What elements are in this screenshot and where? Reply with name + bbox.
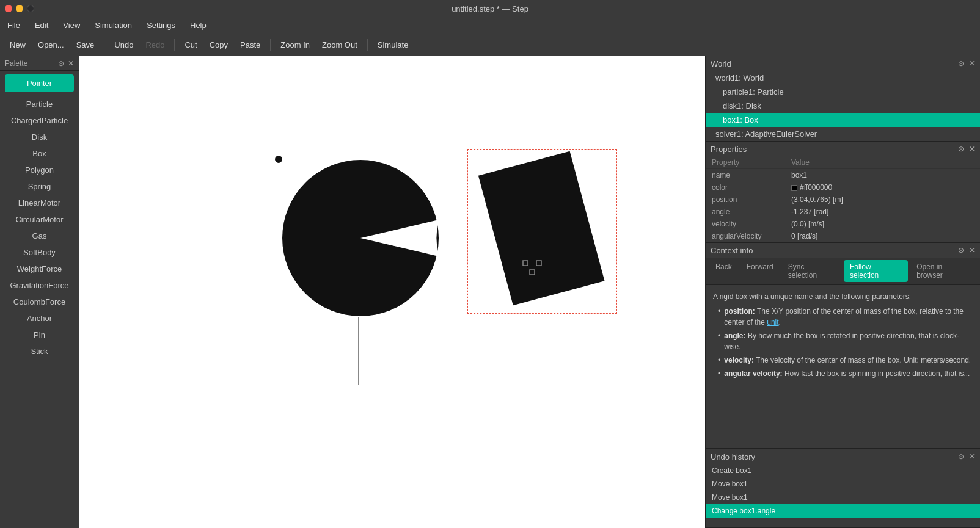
palette-item-spring[interactable]: Spring: [0, 178, 79, 195]
prop-key-position: position: [706, 193, 785, 206]
open-button[interactable]: Open...: [33, 38, 69, 51]
menu-simulation[interactable]: Simulation: [92, 20, 134, 31]
prop-val-position[interactable]: (3.04,0.765) [m]: [785, 193, 980, 206]
undo-close-icon[interactable]: ✕: [969, 452, 975, 461]
pointer-button[interactable]: Pointer: [5, 74, 74, 92]
prop-val-color[interactable]: #ff000000: [785, 181, 980, 193]
svg-rect-1: [478, 151, 605, 306]
undo-panel-header: Undo history ⊙ ✕: [706, 449, 980, 464]
palette-item-stick[interactable]: Stick: [0, 343, 79, 360]
toolbar-sep-2: [174, 39, 175, 51]
ctx-param-angularvelocity-name: angular velocity:: [724, 369, 782, 378]
world-pin-icon[interactable]: ⊙: [958, 59, 964, 68]
minimize-button[interactable]: [16, 5, 23, 12]
world-item-solver1[interactable]: solver1: AdaptiveEulerSolver: [706, 127, 980, 141]
palette-item-weightforce[interactable]: WeightForce: [0, 261, 79, 277]
prop-val-name[interactable]: box1: [785, 169, 980, 181]
props-close-icon[interactable]: ✕: [969, 145, 975, 153]
copy-button[interactable]: Copy: [205, 38, 233, 51]
toolbar-sep-3: [270, 39, 271, 51]
palette-header: Palette ⊙ ✕: [0, 56, 79, 71]
context-tabs: Back Forward Sync selection Follow selec…: [706, 258, 980, 285]
menu-settings[interactable]: Settings: [144, 20, 178, 31]
world-panel-title: World: [711, 59, 731, 68]
color-swatch: [791, 185, 797, 191]
context-description: A rigid box with a unique name and the f…: [713, 291, 973, 302]
palette-close-icon[interactable]: ✕: [68, 59, 74, 68]
world-close-icon[interactable]: ✕: [969, 59, 975, 68]
props-pin-icon[interactable]: ⊙: [958, 145, 964, 153]
save-button[interactable]: Save: [71, 38, 100, 51]
menu-view[interactable]: View: [60, 20, 82, 31]
titlebar: untitled.step * — Step: [0, 0, 980, 17]
menu-edit[interactable]: Edit: [32, 20, 51, 31]
palette-item-anchor[interactable]: Anchor: [0, 310, 79, 327]
toolbar-sep-1: [104, 39, 104, 51]
prop-val-velocity[interactable]: (0,0) [m/s]: [785, 218, 980, 230]
palette-item-linearmotor[interactable]: LinearMotor: [0, 195, 79, 211]
palette-item-coulombforce[interactable]: CoulombForce: [0, 294, 79, 310]
palette-item-gravitationforce[interactable]: GravitationForce: [0, 277, 79, 294]
undo-item-change-box1-angle[interactable]: Change box1.angle: [706, 504, 980, 518]
maximize-button[interactable]: [27, 5, 34, 12]
paste-button[interactable]: Paste: [235, 38, 265, 51]
ctx-tab-sync[interactable]: Sync selection: [782, 260, 841, 282]
context-panel-header: Context info ⊙ ✕: [706, 243, 980, 258]
undo-history-panel: Undo history ⊙ ✕ Create box1 Move box1 M…: [706, 449, 980, 528]
prop-key-name: name: [706, 169, 785, 181]
ctx-tab-back[interactable]: Back: [709, 260, 738, 282]
prop-row-angle: angle -1.237 [rad]: [706, 206, 980, 218]
disk-shape: [281, 159, 440, 317]
ctx-param-velocity-name: velocity:: [724, 356, 754, 364]
palette-pin-icon[interactable]: ⊙: [58, 59, 64, 68]
palette-title: Palette: [5, 59, 27, 68]
palette-item-pin[interactable]: Pin: [0, 327, 79, 343]
menubar: File Edit View Simulation Settings Help: [0, 17, 980, 34]
palette-item-chargedparticle[interactable]: ChargedParticle: [0, 112, 79, 129]
cut-button[interactable]: Cut: [180, 38, 202, 51]
prop-key-angle: angle: [706, 206, 785, 218]
undo-item-move-box1-2[interactable]: Move box1: [706, 491, 980, 504]
context-content: A rigid box with a unique name and the f…: [706, 285, 980, 448]
ctx-param-angularvelocity: angular velocity: How fast the box is sp…: [718, 368, 973, 379]
new-button[interactable]: New: [5, 38, 31, 51]
world-item-world1[interactable]: world1: World: [706, 71, 980, 85]
ctx-tab-forward[interactable]: Forward: [740, 260, 780, 282]
world-item-disk1[interactable]: disk1: Disk: [706, 99, 980, 113]
canvas-area[interactable]: [79, 56, 705, 528]
menu-help[interactable]: Help: [188, 20, 209, 31]
palette-item-disk[interactable]: Disk: [0, 129, 79, 145]
ctx-tab-follow[interactable]: Follow selection: [844, 260, 908, 282]
ctx-unit-link[interactable]: unit: [767, 318, 778, 327]
prop-val-angle[interactable]: -1.237 [rad]: [785, 206, 980, 218]
palette-item-softbody[interactable]: SoftBody: [0, 244, 79, 261]
traffic-lights: [5, 5, 34, 12]
palette-item-particle[interactable]: Particle: [0, 96, 79, 112]
world-item-particle1[interactable]: particle1: Particle: [706, 85, 980, 99]
undo-item-move-box1-1[interactable]: Move box1: [706, 477, 980, 491]
world-item-box1[interactable]: box1: Box: [706, 113, 980, 127]
undo-panel-title: Undo history: [711, 452, 755, 461]
undo-button[interactable]: Undo: [109, 38, 138, 51]
palette-item-box[interactable]: Box: [0, 145, 79, 162]
simulate-button[interactable]: Simulate: [373, 38, 414, 51]
undo-item-create-box1[interactable]: Create box1: [706, 464, 980, 477]
zoom-out-button[interactable]: Zoom Out: [317, 38, 362, 51]
redo-button[interactable]: Redo: [141, 38, 169, 51]
ctx-tab-open-browser[interactable]: Open in browser: [910, 260, 976, 282]
context-close-icon[interactable]: ✕: [969, 246, 975, 255]
context-pin-icon[interactable]: ⊙: [958, 246, 964, 255]
prop-row-color: color #ff000000: [706, 181, 980, 193]
palette-item-gas[interactable]: Gas: [0, 228, 79, 244]
close-button[interactable]: [5, 5, 12, 12]
menu-file[interactable]: File: [5, 20, 23, 31]
undo-pin-icon[interactable]: ⊙: [958, 452, 964, 461]
ctx-param-angle: angle: By how much the box is rotated in…: [718, 330, 973, 352]
prop-val-angularvelocity[interactable]: 0 [rad/s]: [785, 230, 980, 242]
undo-panel-icons: ⊙ ✕: [958, 452, 975, 461]
palette-item-polygon[interactable]: Polygon: [0, 162, 79, 178]
palette-item-circularmotor[interactable]: CircularMotor: [0, 211, 79, 228]
zoom-in-button[interactable]: Zoom In: [276, 38, 315, 51]
palette-panel: Palette ⊙ ✕ Pointer Particle ChargedPart…: [0, 56, 79, 528]
prop-key-velocity: velocity: [706, 218, 785, 230]
